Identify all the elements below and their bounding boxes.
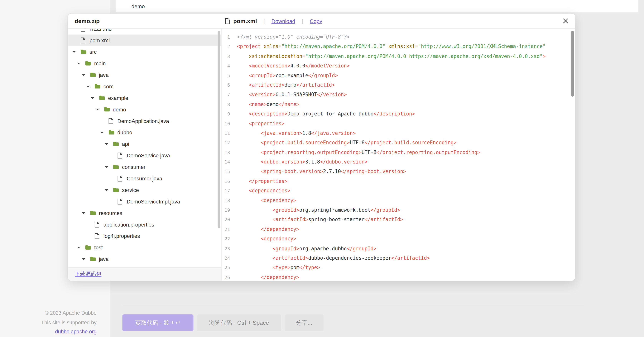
tree-file-Consumer.java[interactable]: Consumer.java (68, 173, 222, 184)
chevron-down-icon[interactable] (82, 211, 90, 215)
line-number: 15 (222, 167, 230, 177)
tree-folder-service[interactable]: service (68, 184, 222, 196)
tree-folder-resources[interactable]: resources (68, 207, 222, 219)
code-line: 11 <java.version>1.8</java.version> (222, 129, 575, 138)
chevron-down-icon[interactable] (105, 165, 113, 169)
tree-item-label: com (104, 83, 114, 89)
supported-by-text: This site is supported by (0, 318, 96, 327)
tree-folder-demo[interactable]: demo (68, 104, 222, 115)
code-preview-modal: demo.zip pom.xml | Download | Copy HELP.… (68, 14, 575, 281)
chevron-down-icon[interactable] (72, 50, 80, 54)
code-scrollbar[interactable] (571, 31, 574, 97)
tree-item-label: pom.xml (90, 37, 110, 44)
code-text: <properties> (237, 119, 284, 129)
share-button[interactable]: 分享... (284, 314, 324, 331)
code-text: <artifactId>dubbo-dependencies-zookeeper… (237, 254, 430, 263)
chevron-down-icon[interactable] (105, 142, 113, 146)
code-line: 18 <dependency> (222, 196, 575, 206)
viewer-file-name: pom.xml (233, 18, 257, 24)
line-number: 6 (222, 81, 230, 90)
tree-folder-test[interactable]: test (68, 242, 222, 253)
line-number: 10 (222, 119, 230, 129)
browse-code-button[interactable]: 浏览代码 - Ctrl + Space (197, 314, 282, 331)
code-text: <dubbo.version>3.1.8</dubbo.version> (237, 157, 368, 167)
code-line: 9 <description>Demo project for Apache D… (222, 109, 575, 119)
code-line: 20 <artifactId>spring-boot-starter</arti… (222, 215, 575, 225)
tree-folder-consumer[interactable]: consumer (68, 161, 222, 173)
line-number: 1 (222, 33, 230, 42)
tree-item-label: resources (99, 210, 122, 216)
separator: | (302, 18, 303, 24)
tree-folder-com[interactable]: com (68, 81, 222, 92)
tree-folder-dubbo[interactable]: dubbo (68, 127, 222, 138)
line-number: 17 (222, 186, 230, 196)
code-text: <?xml version="1.0" encoding="UTF-8"?> (237, 33, 350, 42)
tree-item-label: java (99, 256, 109, 262)
code-text: <modelVersion>4.0.0</modelVersion> (237, 61, 350, 71)
tree-folder-src[interactable]: src (68, 46, 222, 58)
tree-item-label: api (122, 141, 129, 147)
tree-file-pom.xml[interactable]: pom.xml (68, 35, 222, 46)
chevron-down-icon[interactable] (82, 73, 90, 77)
chevron-down-icon[interactable] (86, 85, 94, 88)
folder-icon (99, 95, 105, 100)
tree-folder-java[interactable]: java (68, 253, 222, 265)
folder-icon (80, 49, 86, 54)
file-icon (118, 175, 124, 181)
tree-file-HELP.md[interactable]: HELP.md (68, 29, 222, 35)
folder-icon (85, 245, 91, 250)
action-buttons: 获取代码 - ⌘ + ↵ 浏览代码 - Ctrl + Space 分享... (122, 314, 324, 331)
tree-folder-api[interactable]: api (68, 138, 222, 150)
tree-folder-example[interactable]: example (68, 92, 222, 104)
folder-icon (113, 141, 119, 146)
chevron-down-icon[interactable] (105, 188, 113, 192)
tree-file-DemoServiceImpl.java[interactable]: DemoServiceImpl.java (68, 196, 222, 207)
close-icon[interactable] (561, 14, 570, 29)
download-link[interactable]: Download (272, 18, 295, 24)
code-text: <dependencies> (237, 186, 290, 196)
code-line: 21 </dependency> (222, 225, 575, 234)
viewer-header: pom.xml | Download | Copy (222, 18, 322, 24)
chevron-down-icon[interactable] (96, 107, 104, 111)
tree-item-label: src (90, 49, 96, 55)
tree-file-DemoService.java[interactable]: DemoService.java (68, 150, 222, 161)
footer-divider (122, 305, 583, 305)
chevron-down-icon[interactable] (91, 96, 99, 100)
code-line: 12 <project.build.sourceEncoding>UTF-8</… (222, 138, 575, 148)
dubbo-apache-org-link[interactable]: dubbo.apache.org (55, 329, 96, 334)
tree-file-application.properties[interactable]: application.properties (68, 219, 222, 230)
file-tree: HELP.mdpom.xmlsrcmainjavacomexampledemoD… (68, 29, 222, 265)
code-line: 7 <version>0.0.1-SNAPSHOT</version> (222, 90, 575, 100)
tree-item-label: test (94, 244, 103, 250)
line-number: 26 (222, 273, 230, 281)
tree-file-DemoApplication.java[interactable]: DemoApplication.java (68, 115, 222, 127)
code-text: <groupId>org.apache.dubbo</groupId> (237, 244, 376, 254)
code-line: 23 <groupId>org.apache.dubbo</groupId> (222, 244, 575, 254)
code-line: 17 <dependencies> (222, 186, 575, 196)
line-number: 19 (222, 206, 230, 215)
copy-link[interactable]: Copy (310, 18, 322, 24)
tree-file-log4j.properties[interactable]: log4j.properties (68, 230, 222, 242)
code-text: <groupId>org.springframework.boot</group… (237, 206, 400, 215)
tree-item-label: application.properties (104, 221, 154, 227)
chevron-down-icon[interactable] (100, 130, 108, 134)
line-number: 18 (222, 196, 230, 206)
chevron-down-icon[interactable] (77, 62, 85, 65)
project-name-text: demo (131, 3, 145, 9)
copyright-text: © 2023 Apache Dubbo (0, 308, 96, 318)
code-text: <version>0.0.1-SNAPSHOT</version> (237, 90, 347, 100)
code-text: <java.version>1.8</java.version> (237, 129, 356, 138)
folder-icon (90, 210, 96, 215)
tree-scrollbar[interactable] (218, 31, 220, 228)
code-line: 5 <groupId>com.example</groupId> (222, 71, 575, 81)
code-content: 1<?xml version="1.0" encoding="UTF-8"?>2… (222, 29, 575, 281)
get-code-button[interactable]: 获取代码 - ⌘ + ↵ (122, 314, 193, 331)
modal-body: HELP.mdpom.xmlsrcmainjavacomexampledemoD… (68, 29, 575, 281)
code-text: xsi:schemaLocation="http://maven.apache.… (237, 52, 546, 61)
code-line: 1<?xml version="1.0" encoding="UTF-8"?> (222, 33, 575, 42)
chevron-down-icon[interactable] (82, 257, 90, 261)
download-source-link[interactable]: 下载源码包 (75, 270, 102, 278)
chevron-down-icon[interactable] (77, 245, 85, 249)
tree-folder-main[interactable]: main (68, 58, 222, 69)
tree-folder-java[interactable]: java (68, 69, 222, 81)
